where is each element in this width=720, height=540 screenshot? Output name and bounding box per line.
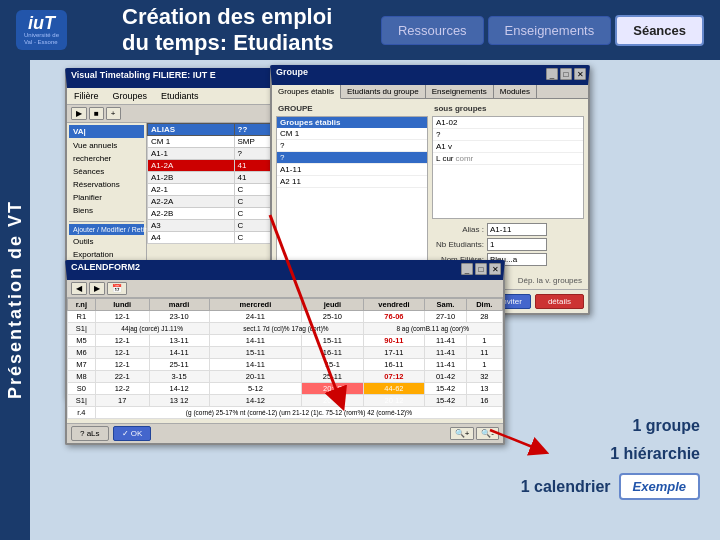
menu-etudiants[interactable]: Etudiants	[158, 90, 202, 102]
nav-outils[interactable]: Outils	[69, 235, 144, 248]
tab-modules[interactable]: Modules	[494, 85, 537, 98]
cal-zoom-in[interactable]: 🔍+	[450, 427, 475, 440]
sous-item-4[interactable]: L curcomr	[433, 153, 583, 165]
main-content: Présentation de VT Visual Timetabling FI…	[0, 60, 720, 540]
header: iuT Université deVal - Essone Création d…	[0, 0, 720, 60]
cal-row-m6[interactable]: M612-114-1115-1116-1117-1111-4111	[68, 347, 503, 359]
content-area: Visual Timetabling FILIERE: IUT E _ □ ✕ …	[30, 60, 720, 540]
cal-row-s1[interactable]: S1|44|ag (corcé) J1.11%sect.1 7d (ccl)% …	[68, 323, 503, 335]
cal-inner: ◀ ▶ 📅 r.nj lundi mardi mercredi jeudi	[67, 280, 503, 443]
field-nb-etudiants: Nb Etudiants:	[434, 238, 582, 251]
nb-etudiants-input[interactable]	[487, 238, 547, 251]
cal-col-sam: Sam.	[425, 299, 466, 311]
toolbar-btn2[interactable]: ■	[89, 107, 104, 120]
group-body: GROUPE Groupes établis CM 1 ? ? A1-11 A2…	[272, 99, 588, 272]
sous-groups-label: sous groupes	[432, 103, 584, 114]
sous-groups-list: A1-02 ? A1 v L curcomr	[432, 116, 584, 219]
cal-table-wrap: r.nj lundi mardi mercredi jeudi vendredi…	[67, 298, 503, 423]
university-text: Université deVal - Essone	[24, 32, 59, 45]
field-alias: Alias :	[434, 223, 582, 236]
group-section-label: GROUPE	[276, 103, 428, 114]
cal-row-r4[interactable]: r.4(g (corné) 25-17% nt (corné-12) (urn …	[68, 407, 503, 419]
cal-col-vendredi: vendredi	[363, 299, 425, 311]
cal-toolbar-btn3[interactable]: 📅	[107, 282, 127, 295]
details-button[interactable]: détails	[535, 294, 584, 309]
nav-vue-annuels[interactable]: Vue annuels	[69, 139, 144, 152]
groups-list: Groupes établis CM 1 ? ? A1-11 A2 11	[276, 116, 428, 268]
cal-row-s1b[interactable]: S1|1713 1214-1220 1220 1215-4216	[68, 395, 503, 407]
toolbar-btn3[interactable]: +	[106, 107, 121, 120]
tab-seances[interactable]: Séances	[615, 15, 704, 46]
list-item-a111[interactable]: A1-11	[277, 164, 427, 176]
list-item-2[interactable]: ?	[277, 140, 427, 152]
cal-col-mardi: mardi	[149, 299, 209, 311]
cal-row-s0[interactable]: S012-214-125-1220:1244-6215-4213	[68, 383, 503, 395]
logo-area: iuT Université deVal - Essone	[16, 10, 106, 49]
cal-win-close[interactable]: ✕	[489, 263, 501, 275]
nav-biens[interactable]: Biens	[69, 204, 144, 217]
menu-filiere[interactable]: Filière	[71, 90, 102, 102]
cal-col-mercredi: mercredi	[209, 299, 302, 311]
nav-reservations[interactable]: Réservations	[69, 178, 144, 191]
cal-toolbar: ◀ ▶ 📅	[67, 280, 503, 298]
page-title: Création des emploi du temps: Etudiants	[122, 4, 365, 56]
tab-enseignements[interactable]: Enseignements	[426, 85, 494, 98]
sous-item-1[interactable]: A1-02	[433, 117, 583, 129]
cal-win-minimize[interactable]: _	[461, 263, 473, 275]
logo-text: iuT	[28, 14, 55, 32]
nb-etudiants-label: Nb Etudiants:	[434, 240, 484, 249]
tab-groupes-etablis[interactable]: Groupes établis	[272, 85, 341, 99]
tab-etudiants-groupe[interactable]: Etudiants du groupe	[341, 85, 426, 98]
info-item-groupe: 1 groupe	[632, 417, 700, 435]
cal-win-maximize[interactable]: □	[475, 263, 487, 275]
cal-col-lundi: lundi	[95, 299, 149, 311]
cal-window-controls: _ □ ✕	[461, 263, 501, 275]
sidebar-label: Présentation de VT	[5, 200, 26, 399]
cal-toolbar-btn2[interactable]: ▶	[89, 282, 105, 295]
nav-ajouter[interactable]: Ajouter / Modifier / Retirer	[69, 224, 144, 235]
alias-input[interactable]	[487, 223, 547, 236]
tab-ressources[interactable]: Ressources	[381, 16, 484, 45]
sous-item-3[interactable]: A1 v	[433, 141, 583, 153]
nav-rechercher[interactable]: rechercher	[69, 152, 144, 165]
list-item-cm1[interactable]: CM 1	[277, 128, 427, 140]
calendar-window: CALENDFORM2 _ □ ✕ ◀ ▶ 📅 r.nj	[65, 260, 505, 445]
group-tabs: Groupes établis Etudiants du groupe Ense…	[272, 85, 588, 99]
toolbar-btn1[interactable]: ▶	[71, 107, 87, 120]
cal-toolbar-btn1[interactable]: ◀	[71, 282, 87, 295]
cal-row-m7[interactable]: M712-125-1114-1115-116-1111-411	[68, 359, 503, 371]
app-window-title: Visual Timetabling FILIERE: IUT E	[71, 70, 216, 80]
info-calendrier-text: 1 calendrier	[521, 478, 611, 496]
exemple-box[interactable]: Exemple	[619, 473, 700, 500]
nav-seances[interactable]: Séances	[69, 165, 144, 178]
col-alias: ALIAS	[148, 124, 235, 136]
cal-row-r1[interactable]: R112-123-1024-1125-1076-0627-1028	[68, 311, 503, 323]
sous-item-2[interactable]: ?	[433, 129, 583, 141]
calendar-table: r.nj lundi mardi mercredi jeudi vendredi…	[67, 298, 503, 419]
cal-help-button[interactable]: ? aLs	[71, 426, 109, 441]
logo-iut: iuT Université deVal - Essone	[16, 10, 67, 49]
cal-zoom-out[interactable]: 🔍-	[476, 427, 499, 440]
cal-row-m8[interactable]: M822-13-1520-1125-1107:1201-4232	[68, 371, 503, 383]
cal-ok-button[interactable]: ✓ OK	[113, 426, 152, 441]
cal-col-id: r.nj	[68, 299, 96, 311]
group-window-controls: _ □ ✕	[546, 68, 586, 80]
group-window-title: Groupe	[276, 67, 308, 77]
cal-bottom: ? aLs ✓ OK 🔍+ 🔍-	[67, 423, 503, 443]
cal-col-dim: Dim.	[466, 299, 502, 311]
group-win-minimize[interactable]: _	[546, 68, 558, 80]
nav-planifier[interactable]: Planifier	[69, 191, 144, 204]
list-item-a211[interactable]: A2 11	[277, 176, 427, 188]
list-item-selected[interactable]: ?	[277, 152, 427, 164]
group-win-maximize[interactable]: □	[560, 68, 572, 80]
menu-groupes[interactable]: Groupes	[110, 90, 151, 102]
info-item-calendrier: 1 calendrier Exemple	[521, 473, 700, 500]
cal-row-m5[interactable]: M512-113-1114-1115-1190-1111-411	[68, 335, 503, 347]
left-sidebar: Présentation de VT	[0, 60, 30, 540]
info-hierarchie-text: 1 hiérarchie	[610, 445, 700, 463]
nav-item-header[interactable]: VA|	[69, 125, 144, 138]
tab-enseignements[interactable]: Enseignements	[488, 16, 612, 45]
groups-list-header: Groupes établis	[277, 117, 427, 128]
cal-window-title: CALENDFORM2	[71, 262, 140, 272]
group-win-close[interactable]: ✕	[574, 68, 586, 80]
